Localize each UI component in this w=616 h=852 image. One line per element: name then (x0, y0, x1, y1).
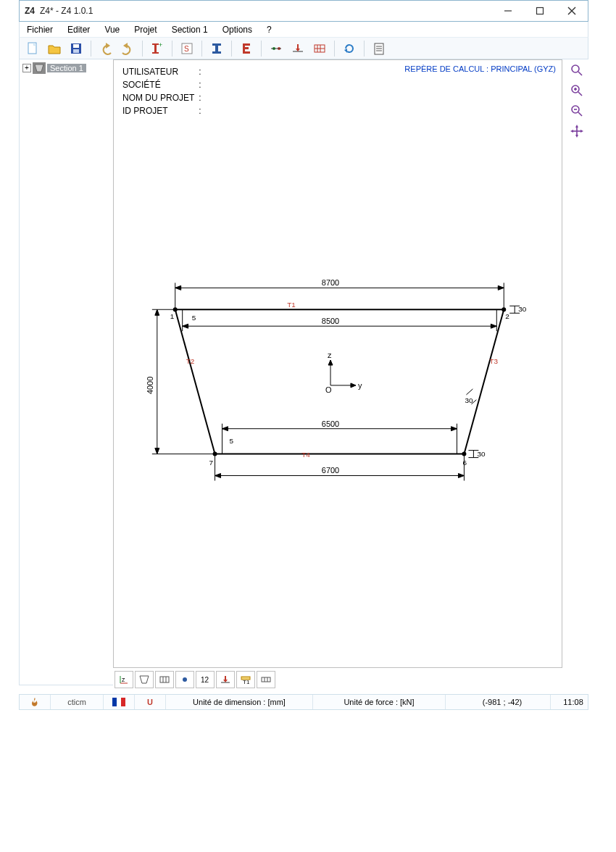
menu-fichier[interactable]: Fichier (20, 23, 60, 36)
menu-help[interactable]: ? (259, 23, 279, 36)
svg-text:6700: 6700 (322, 467, 339, 475)
svg-text:30: 30 (518, 305, 527, 313)
zoom-out-button[interactable] (569, 103, 585, 119)
menu-options[interactable]: Options (215, 23, 259, 36)
svg-line-42 (175, 309, 215, 454)
svg-marker-34 (344, 49, 347, 53)
zoom-tools (568, 62, 586, 139)
svg-rect-138 (112, 698, 117, 706)
status-brand: cticm (51, 695, 104, 709)
svg-text:T1: T1 (287, 301, 296, 309)
svg-rect-22 (243, 47, 249, 49)
status-language-flag[interactable] (104, 695, 135, 709)
svg-rect-18 (212, 43, 221, 46)
maximize-button[interactable] (524, 1, 556, 21)
status-force-unit[interactable]: Unité de force : [kN] (313, 695, 446, 709)
svg-text:5: 5 (229, 437, 233, 445)
svg-marker-79 (155, 309, 159, 315)
svg-rect-7 (73, 44, 79, 48)
svg-rect-11 (154, 43, 157, 54)
svg-marker-69 (222, 427, 228, 431)
svg-text:T3: T3 (489, 357, 498, 365)
add-load-button[interactable] (288, 38, 308, 59)
svg-text:4000: 4000 (146, 377, 154, 394)
view-loads-button[interactable] (216, 671, 235, 688)
view-numbers-button[interactable]: 12 (196, 671, 215, 688)
svg-rect-135 (262, 677, 270, 682)
svg-text:z: z (122, 676, 125, 683)
save-button[interactable] (66, 38, 86, 59)
svg-rect-8 (73, 49, 79, 53)
svg-text:7: 7 (209, 459, 214, 467)
svg-text:T2: T2 (186, 357, 195, 365)
add-node-button[interactable] (266, 38, 286, 59)
app-icon: Z4 (24, 5, 36, 17)
svg-line-109 (578, 92, 582, 96)
svg-marker-124 (140, 676, 149, 683)
svg-marker-117 (575, 125, 578, 128)
svg-text:8700: 8700 (322, 278, 339, 287)
svg-marker-39 (35, 64, 43, 72)
svg-marker-64 (183, 324, 188, 328)
svg-text:2: 2 (505, 312, 509, 320)
menu-editer[interactable]: Editer (60, 23, 97, 36)
status-coordinates: (-981 ; -42) (454, 695, 551, 709)
svg-line-43 (464, 309, 504, 454)
svg-rect-139 (117, 698, 121, 706)
view-nodes-button[interactable] (175, 671, 194, 688)
new-button[interactable] (22, 38, 43, 59)
svg-marker-60 (498, 285, 504, 290)
section-i-button[interactable] (207, 38, 227, 59)
view-section-button[interactable] (135, 671, 154, 688)
zoom-in-button[interactable] (569, 83, 585, 99)
view-plates-button[interactable]: T1 (236, 671, 255, 688)
section-list-button[interactable]: S (177, 38, 197, 59)
svg-marker-65 (491, 324, 496, 328)
svg-marker-9 (106, 43, 110, 49)
view-grid-button[interactable] (155, 671, 174, 688)
svg-rect-13 (152, 52, 159, 54)
menu-section[interactable]: Section 1 (165, 23, 215, 36)
svg-marker-120 (580, 130, 583, 133)
section-drawing: 1 2 7 6 T1 T2 T3 T4 (114, 60, 562, 667)
titlebar: Z4 Z4* - Z4 1.0.1 (19, 0, 588, 22)
svg-text:T4: T4 (301, 451, 310, 459)
status-spacer (446, 695, 454, 709)
svg-rect-12 (152, 43, 159, 45)
document-canvas[interactable]: UTILISATEUR: SOCIÉTÉ: NOM DU PROJET: ID … (113, 59, 562, 668)
svg-text:O: O (325, 385, 332, 394)
view-dimensions-button[interactable] (257, 671, 275, 688)
svg-text:6500: 6500 (322, 419, 339, 428)
svg-marker-119 (570, 130, 573, 133)
close-button[interactable] (556, 1, 588, 21)
view-axes-button[interactable]: z (115, 671, 133, 688)
svg-rect-4 (28, 43, 36, 54)
report-button[interactable] (369, 38, 389, 59)
minimize-button[interactable] (492, 1, 524, 21)
status-u-indicator[interactable]: U (135, 695, 166, 709)
svg-marker-102 (328, 360, 333, 365)
menu-vue[interactable]: Vue (97, 23, 127, 36)
svg-text:z: z (328, 351, 332, 359)
menu-projet[interactable]: Projet (127, 23, 164, 36)
svg-rect-125 (160, 677, 169, 682)
undo-button[interactable] (96, 38, 116, 59)
section-e-button[interactable] (236, 38, 257, 59)
svg-marker-10 (123, 43, 128, 49)
plus-expand-icon[interactable]: + (22, 64, 31, 72)
window-title: Z4* - Z4 1.0.1 (40, 6, 93, 16)
grid-button[interactable] (309, 38, 330, 59)
svg-text:T1: T1 (243, 679, 250, 685)
svg-marker-100 (351, 383, 356, 388)
open-button[interactable] (44, 38, 64, 59)
redo-button[interactable] (117, 38, 138, 59)
svg-marker-80 (155, 448, 159, 454)
svg-point-106 (572, 65, 579, 72)
tree-root-row[interactable]: + Section 1 (22, 62, 110, 74)
pan-button[interactable] (569, 123, 585, 139)
zoom-fit-button[interactable] (569, 62, 585, 78)
refresh-button[interactable] (339, 38, 359, 59)
section-add-button[interactable]: + (147, 38, 167, 59)
status-dimension-unit[interactable]: Unité de dimension : [mm] (166, 695, 313, 709)
section-tree-icon (33, 62, 46, 74)
